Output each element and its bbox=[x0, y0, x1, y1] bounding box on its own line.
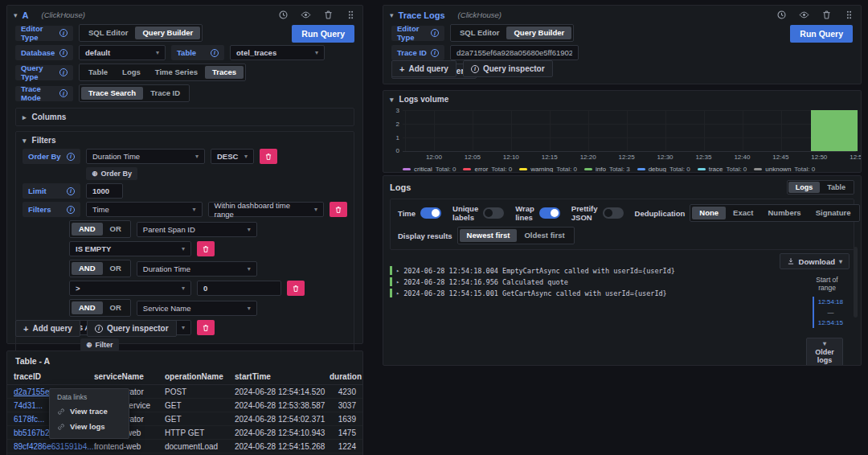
legend-item-warning[interactable]: warningTotal: 0 bbox=[519, 166, 577, 173]
col-duration[interactable]: duration bbox=[330, 372, 362, 381]
legend-item-info[interactable]: infoTotal: 3 bbox=[584, 166, 630, 173]
trash-icon[interactable] bbox=[821, 10, 832, 20]
older-logs-button[interactable]: ▾ Older logs bbox=[806, 338, 843, 366]
query-inspector-button[interactable]: iQuery inspector bbox=[87, 320, 177, 337]
col-serviceName[interactable]: serviceName bbox=[94, 372, 165, 381]
query-type-traces[interactable]: Traces bbox=[205, 66, 244, 79]
query-type-logs[interactable]: Logs bbox=[115, 66, 148, 79]
editor-type-sql-editor[interactable]: SQL Editor bbox=[81, 27, 135, 39]
drag-handle-icon[interactable] bbox=[844, 10, 854, 20]
info-icon[interactable]: i bbox=[59, 49, 68, 57]
trace-mode-trace-id[interactable]: Trace ID bbox=[143, 87, 187, 100]
oldest-first-option[interactable]: Oldest first bbox=[517, 229, 571, 242]
query-type-table[interactable]: Table bbox=[81, 66, 115, 79]
filter3-op-select[interactable]: >▾ bbox=[69, 281, 191, 296]
panel-title[interactable]: Trace Logs bbox=[399, 10, 445, 20]
remove-filter4-button[interactable] bbox=[197, 320, 215, 335]
col-operationName[interactable]: operationName bbox=[165, 372, 235, 381]
dedup-numbers[interactable]: Numbers bbox=[760, 207, 808, 219]
dedup-signature[interactable]: Signature bbox=[809, 207, 858, 219]
view-logs-link[interactable]: View logs bbox=[57, 419, 121, 434]
info-icon[interactable]: i bbox=[67, 206, 75, 214]
add-order-by-button[interactable]: ⊕Order By bbox=[86, 167, 137, 180]
collapse-chevron-icon[interactable]: ▾ bbox=[390, 11, 394, 19]
or-option[interactable]: OR bbox=[103, 223, 129, 236]
info-icon[interactable]: i bbox=[431, 49, 439, 57]
or-option[interactable]: OR bbox=[103, 262, 129, 275]
info-icon[interactable]: i bbox=[431, 29, 439, 37]
limit-input[interactable] bbox=[86, 183, 123, 199]
prettify-json-toggle[interactable] bbox=[603, 207, 624, 219]
wrap-lines-toggle[interactable] bbox=[539, 207, 560, 219]
tab-logs[interactable]: Logs bbox=[788, 182, 821, 193]
logs-volume-header[interactable]: ▾ Logs volume bbox=[383, 91, 861, 104]
dedup-none[interactable]: None bbox=[692, 207, 726, 219]
info-icon[interactable]: i bbox=[211, 49, 219, 57]
time-toggle[interactable] bbox=[420, 207, 441, 219]
log-line[interactable]: ▸ 2024-06-28 12:54:16.956 Calculated quo… bbox=[390, 277, 792, 286]
expand-chevron-icon[interactable]: ▸ bbox=[396, 268, 399, 274]
editor-type-query-builder[interactable]: Query Builder bbox=[506, 27, 571, 39]
editor-type-query-builder[interactable]: Query Builder bbox=[135, 27, 200, 39]
filter2-op-select[interactable]: IS EMPTY▾ bbox=[69, 241, 191, 256]
add-query-button[interactable]: +Add query bbox=[391, 60, 457, 77]
and-option[interactable]: AND bbox=[72, 262, 103, 275]
filter3-field-select[interactable]: Duration Time▾ bbox=[137, 261, 257, 277]
columns-section-header[interactable]: ▸ Columns bbox=[16, 109, 354, 125]
trash-icon[interactable] bbox=[323, 10, 334, 20]
eye-icon[interactable] bbox=[799, 10, 809, 20]
trace-link[interactable]: 89cf4286e631591b4... bbox=[14, 442, 94, 451]
filter2-field-select[interactable]: Parent Span ID▾ bbox=[137, 222, 257, 237]
log-range-indicator[interactable]: 12:54:18 — 12:54:15 bbox=[813, 297, 843, 328]
remove-filter2-button[interactable] bbox=[197, 241, 215, 256]
info-icon[interactable]: i bbox=[59, 89, 68, 97]
col-startTime[interactable]: startTime bbox=[235, 372, 330, 381]
remove-filter-time-button[interactable] bbox=[330, 202, 347, 217]
query-type-time-series[interactable]: Time Series bbox=[148, 66, 205, 79]
download-button[interactable]: Download ▾ bbox=[780, 253, 850, 269]
info-log-bar[interactable] bbox=[811, 110, 858, 151]
table-select[interactable]: otel_traces▾ bbox=[230, 45, 325, 60]
and-option[interactable]: AND bbox=[72, 301, 103, 314]
eye-icon[interactable] bbox=[301, 10, 311, 20]
legend-item-debug[interactable]: debugTotal: 0 bbox=[637, 166, 690, 173]
legend-item-critical[interactable]: criticalTotal: 0 bbox=[403, 166, 456, 173]
info-icon[interactable]: i bbox=[67, 153, 75, 161]
tab-table[interactable]: Table bbox=[820, 182, 853, 193]
order-by-direction-select[interactable]: DESC▾ bbox=[211, 149, 254, 164]
legend-item-unknown[interactable]: unknownTotal: 0 bbox=[754, 166, 815, 173]
drag-handle-icon[interactable] bbox=[346, 10, 356, 20]
filter-time-op-select[interactable]: Within dashboard time range▾ bbox=[208, 202, 325, 217]
filters-section-header[interactable]: ▾ Filters bbox=[16, 132, 354, 149]
unique-labels-toggle[interactable] bbox=[483, 207, 504, 219]
filter3-value-input[interactable] bbox=[197, 281, 281, 296]
collapse-chevron-icon[interactable]: ▾ bbox=[14, 11, 18, 19]
newest-first-option[interactable]: Newest first bbox=[460, 229, 518, 242]
dedup-exact[interactable]: Exact bbox=[726, 207, 760, 219]
query-inspector-button[interactable]: iQuery inspector bbox=[463, 60, 553, 77]
logs-scrollbar[interactable] bbox=[854, 247, 858, 318]
add-query-button[interactable]: +Add query bbox=[15, 320, 80, 337]
database-select[interactable]: default▾ bbox=[79, 45, 166, 60]
history-icon[interactable] bbox=[776, 10, 787, 20]
col-traceID[interactable]: traceID bbox=[14, 372, 94, 381]
filter4-field-select[interactable]: Service Name▾ bbox=[137, 301, 257, 316]
and-option[interactable]: AND bbox=[72, 223, 103, 236]
order-by-field-select[interactable]: Duration Time▾ bbox=[86, 149, 205, 164]
info-icon[interactable]: i bbox=[59, 29, 68, 37]
log-line[interactable]: ▸ 2024-06-28 12:54:18.004 EmptyCartAsync… bbox=[390, 266, 792, 275]
trace-id-input[interactable] bbox=[450, 45, 579, 60]
legend-item-error[interactable]: errorTotal: 0 bbox=[463, 166, 512, 173]
history-icon[interactable] bbox=[278, 10, 289, 20]
legend-item-trace[interactable]: traceTotal: 0 bbox=[698, 166, 747, 173]
info-icon[interactable]: i bbox=[67, 187, 75, 195]
panel-title[interactable]: A bbox=[23, 10, 29, 20]
filter-time-field-select[interactable]: Time▾ bbox=[86, 202, 203, 217]
view-trace-link[interactable]: View trace bbox=[57, 404, 121, 419]
remove-filter3-button[interactable] bbox=[287, 281, 305, 296]
log-line[interactable]: ▸ 2024-06-28 12:54:15.001 GetCartAsync c… bbox=[390, 289, 792, 297]
logs-volume-chart[interactable]: 3 2 1 0 bbox=[403, 110, 856, 152]
info-icon[interactable]: i bbox=[59, 68, 68, 76]
expand-chevron-icon[interactable]: ▸ bbox=[396, 279, 399, 285]
remove-order-by-button[interactable] bbox=[260, 149, 277, 164]
